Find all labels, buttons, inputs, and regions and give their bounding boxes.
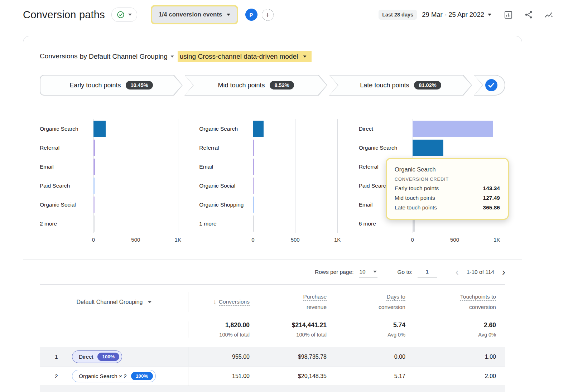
channel-percentage-badge: 100%: [131, 372, 153, 380]
cell-days-to-conversion: 0.00: [339, 354, 418, 360]
funnel-step-late[interactable]: Late touch points 81.02%: [329, 75, 472, 96]
rows-per-page-select[interactable]: 10: [359, 267, 377, 277]
touch-point-funnel: Early touch points 10.45% Mid touch poin…: [40, 75, 505, 96]
funnel-end-cap[interactable]: [474, 75, 505, 96]
bar-organic-shopping[interactable]: [253, 197, 254, 213]
topbar: Conversion paths 1/4 conversion events P…: [0, 0, 573, 29]
add-comparison-button[interactable]: +: [262, 9, 274, 21]
chart-category-label: Organic Social: [199, 176, 253, 195]
chart-row: [93, 157, 186, 176]
chevron-down-icon: [227, 14, 230, 16]
column-header-touchpoints-to-conversion[interactable]: Touchpoints to conversion: [418, 292, 505, 312]
chart-row: [253, 157, 346, 176]
metric-selector[interactable]: Conversions: [40, 52, 78, 61]
chart-x-axis: 05001K: [253, 237, 346, 245]
chart-category-label: Direct: [359, 119, 413, 138]
table-row-partial[interactable]: [40, 386, 505, 392]
bar-email[interactable]: [93, 159, 95, 175]
next-page-icon[interactable]: ›: [502, 267, 505, 277]
bar-organic-search[interactable]: [253, 121, 264, 137]
conversion-paths-card: Conversions by Default Channel Grouping …: [23, 36, 522, 392]
bar-direct[interactable]: [413, 121, 493, 137]
table-header: Default Channel Grouping ↓Conversions Pu…: [40, 284, 505, 318]
table-row[interactable]: 1 Direct 100% 955.00 $98,735.78 0.00 1.0…: [40, 347, 505, 366]
goto-page-input[interactable]: [418, 267, 437, 277]
chart-x-axis: 05001K: [93, 237, 186, 245]
chart-category-label: Referral: [199, 138, 253, 157]
row-index: 1: [55, 354, 59, 360]
chart-row: [253, 138, 346, 157]
chart-row: [93, 176, 186, 195]
bar-organic-social[interactable]: [93, 197, 95, 213]
tooltip-row: Late touch points 365.86: [395, 204, 500, 211]
cell-purchase-revenue: $98,735.78: [262, 354, 339, 360]
table-totals-row: 1,820.00 100% of total $214,441.21 100% …: [40, 318, 505, 347]
axis-tick-label: 500: [131, 237, 140, 243]
chevron-down-icon[interactable]: [488, 14, 491, 16]
table-pagination: Rows per page: 10 Go to: ‹ 1-10 of 114 ›: [40, 260, 505, 284]
chart-x-axis: 05001K: [413, 237, 505, 245]
chart-row: [253, 176, 346, 195]
column-header-purchase-revenue[interactable]: Purchase revenue: [262, 292, 339, 312]
funnel-step-early[interactable]: Early touch points 10.45%: [40, 75, 183, 96]
bar-organic-social[interactable]: [253, 178, 254, 194]
chart-category-label: Email: [40, 157, 93, 176]
chart-row: [93, 195, 186, 214]
customize-report-icon[interactable]: [504, 10, 513, 20]
chart-category-label: Organic Search: [40, 119, 93, 138]
bar-email[interactable]: [253, 159, 254, 175]
avatar[interactable]: P: [245, 9, 257, 21]
subtitle-text: by Default Channel Grouping: [80, 53, 168, 61]
channel-pill[interactable]: Organic Search × 2 100%: [72, 370, 156, 382]
conversion-events-dropdown[interactable]: 1/4 conversion events: [152, 6, 237, 23]
table-row[interactable]: 2 Organic Search × 2 100% 151.00 $20,148…: [40, 366, 505, 386]
share-icon[interactable]: [524, 10, 533, 19]
tooltip-row-value: 127.49: [483, 195, 500, 201]
bar-referral[interactable]: [253, 140, 254, 156]
chevron-down-icon: [128, 14, 132, 16]
chart-category-label: 2 more: [40, 214, 93, 233]
insights-icon[interactable]: [544, 10, 554, 20]
previous-page-icon[interactable]: ‹: [456, 267, 459, 277]
chart-category-label: 1 more: [199, 214, 253, 233]
channel-pill[interactable]: Direct 100%: [72, 350, 122, 363]
tooltip-title: Organic Search: [395, 166, 500, 173]
bar-referral[interactable]: [93, 140, 95, 156]
chart-mid-touch-points: Organic SearchReferralEmailOrganic Socia…: [199, 119, 346, 245]
dimension-header[interactable]: Default Channel Grouping: [40, 292, 188, 312]
chart-category-label: Organic Search: [199, 119, 253, 138]
axis-tick-label: 0: [92, 237, 95, 243]
report-status-control[interactable]: [111, 8, 137, 22]
axis-tick-label: 1K: [175, 237, 181, 243]
row-index: 2: [55, 373, 59, 379]
tooltip-row-value: 365.86: [483, 204, 500, 211]
channel-label: Organic Search × 2: [79, 373, 127, 379]
chart-row: [253, 119, 346, 138]
funnel-step-mid[interactable]: Mid touch points 8.52%: [184, 75, 327, 96]
attribution-model-label: using Cross-channel data-driven model: [180, 53, 298, 61]
bar-2-more[interactable]: [93, 216, 95, 232]
chevron-down-icon[interactable]: [170, 55, 174, 57]
axis-tick-label: 500: [450, 237, 459, 243]
bar-organic-search[interactable]: [413, 140, 443, 156]
tooltip-row: Early touch points 143.34: [395, 185, 500, 192]
tooltip-row-value: 143.34: [483, 185, 500, 192]
chart-row: [413, 138, 505, 157]
bar-paid-search[interactable]: [93, 178, 95, 194]
cell-touchpoints-to-conversion: 2.00: [418, 373, 505, 379]
column-header-days-to-conversion[interactable]: Days to conversion: [339, 292, 418, 312]
attribution-model-selector[interactable]: using Cross-channel data-driven model: [178, 51, 312, 62]
chevron-down-icon: [373, 271, 377, 273]
chart-category-label: Organic Search: [359, 138, 413, 157]
conversion-events-label: 1/4 conversion events: [159, 11, 222, 18]
axis-tick-label: 0: [411, 237, 414, 243]
chart-category-label: Organic Social: [40, 195, 93, 214]
rows-per-page-label: Rows per page:: [315, 269, 354, 275]
totals-purchase-revenue: $214,441.21 100% of total: [262, 321, 339, 338]
chart-early-touch-points: Organic SearchReferralEmailPaid SearchOr…: [40, 119, 186, 245]
bar-organic-search[interactable]: [93, 121, 106, 137]
chart-plot-area: [93, 119, 186, 233]
chart-plot-area: [253, 119, 346, 233]
column-header-conversions[interactable]: ↓Conversions: [188, 297, 262, 307]
bar-1-more[interactable]: [253, 216, 254, 232]
